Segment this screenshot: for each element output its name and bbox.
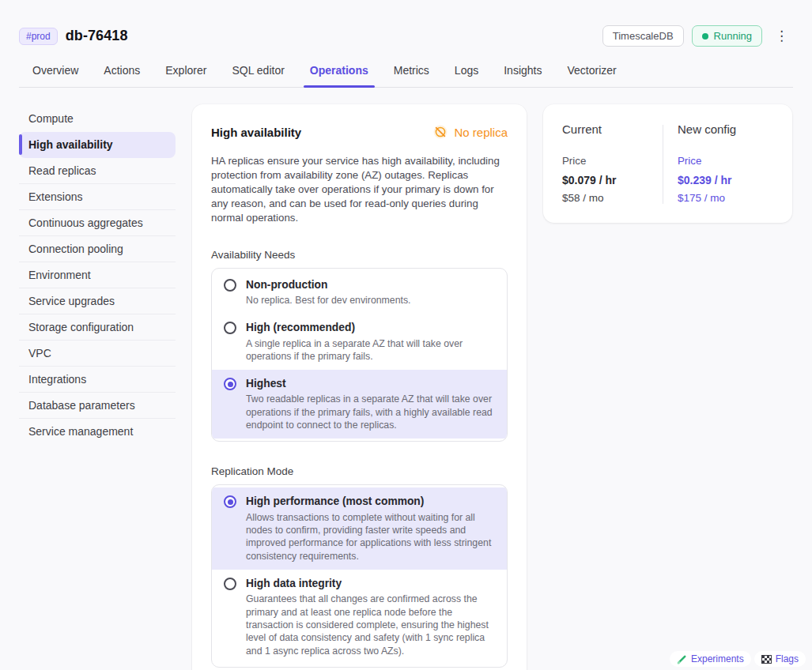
sidebar-item-high-availability[interactable]: High availability — [19, 132, 176, 158]
operations-sidebar: Compute High availability Read replicas … — [19, 104, 176, 445]
price-comparison-card: Current Price $0.079 / hr $58 / mo New c… — [543, 104, 792, 223]
current-price-label: Price — [562, 155, 658, 167]
option-non-production[interactable]: Non-production No replica. Best for dev … — [212, 271, 507, 314]
sidebar-item-database-parameters[interactable]: Database parameters — [19, 393, 176, 419]
flags-badge[interactable]: Flags — [754, 651, 806, 667]
sidebar-item-integrations[interactable]: Integrations — [19, 367, 176, 393]
option-highest[interactable]: Highest Two readable replicas in a separ… — [212, 370, 507, 439]
card-header: High availability No replica — [211, 124, 508, 140]
topbar-right: TimescaleDB Running ⋮ — [602, 25, 793, 47]
option-title: High performance (most common) — [246, 495, 495, 508]
service-page: #prod db-76418 TimescaleDB Running ⋮ Ove… — [0, 0, 812, 670]
option-title: Highest — [246, 377, 495, 390]
status-badge: Running — [692, 25, 762, 47]
radio-unchecked-icon[interactable] — [224, 322, 236, 334]
tab-explorer[interactable]: Explorer — [164, 59, 207, 87]
page-title: db-76418 — [66, 28, 128, 44]
option-description: Guarantees that all changes are confirme… — [246, 593, 495, 657]
option-high-data-integrity[interactable]: High data integrity Guarantees that all … — [212, 570, 507, 664]
tab-overview[interactable]: Overview — [32, 59, 79, 87]
radio-checked-icon[interactable] — [224, 378, 236, 390]
option-description: No replica. Best for dev environments. — [246, 294, 495, 307]
topbar: #prod db-76418 TimescaleDB Running ⋮ — [19, 0, 793, 47]
status-label: Running — [714, 30, 752, 42]
new-config-price-column: New config Price $0.239 / hr $175 / mo — [678, 122, 773, 204]
experiments-badge[interactable]: Experiments — [670, 651, 751, 667]
sidebar-item-connection-pooling[interactable]: Connection pooling — [19, 236, 176, 262]
current-monthly-price: $58 / mo — [562, 192, 658, 204]
option-high-recommended[interactable]: High (recommended) A single replica in a… — [212, 314, 507, 370]
new-config-price-label: Price — [678, 155, 773, 167]
tab-insights[interactable]: Insights — [503, 59, 542, 87]
sidebar-item-continuous-aggregates[interactable]: Continuous aggregates — [19, 210, 176, 236]
flags-icon — [761, 655, 772, 664]
current-heading: Current — [562, 122, 658, 136]
tab-metrics[interactable]: Metrics — [393, 59, 430, 87]
new-config-hourly-price: $0.239 / hr — [678, 174, 773, 186]
radio-unchecked-icon[interactable] — [224, 279, 236, 292]
tab-sql-editor[interactable]: SQL editor — [231, 59, 285, 87]
sidebar-item-compute[interactable]: Compute — [19, 106, 176, 132]
tab-bar: Overview Actions Explorer SQL editor Ope… — [19, 59, 793, 88]
availability-needs-group: Non-production No replica. Best for dev … — [211, 268, 508, 442]
sidebar-item-storage-configuration[interactable]: Storage configuration — [19, 314, 176, 341]
sidebar-item-environment[interactable]: Environment — [19, 262, 176, 288]
sidebar-item-service-management[interactable]: Service management — [19, 419, 176, 445]
topbar-left: #prod db-76418 — [19, 28, 128, 45]
db-type-chip[interactable]: TimescaleDB — [602, 25, 684, 47]
high-availability-card: High availability No replica HA replicas… — [192, 104, 527, 670]
option-description: Allows transactions to complete without … — [246, 511, 495, 563]
sidebar-item-read-replicas[interactable]: Read replicas — [19, 158, 176, 184]
option-description: Two readable replicas in a separate AZ t… — [246, 393, 495, 431]
replication-mode-group: High performance (most common) Allows tr… — [211, 484, 508, 668]
new-config-monthly-price: $175 / mo — [678, 192, 773, 204]
option-high-performance[interactable]: High performance (most common) Allows tr… — [212, 487, 507, 570]
ha-description: HA replicas ensure your service has high… — [211, 154, 508, 225]
sidebar-item-vpc[interactable]: VPC — [19, 341, 176, 367]
option-title: Non-production — [246, 278, 495, 292]
price-column-divider — [663, 125, 663, 204]
tab-actions[interactable]: Actions — [103, 59, 141, 87]
new-config-heading: New config — [678, 122, 773, 136]
radio-checked-icon[interactable] — [224, 495, 236, 508]
experiments-icon — [677, 654, 687, 664]
no-replica-icon — [432, 124, 448, 140]
tab-vectorizer[interactable]: Vectorizer — [566, 59, 617, 87]
option-title: High data integrity — [246, 577, 495, 590]
experiments-label: Experiments — [691, 653, 744, 664]
radio-unchecked-icon[interactable] — [224, 578, 236, 590]
tab-operations[interactable]: Operations — [309, 59, 369, 87]
current-price-column: Current Price $0.079 / hr $58 / mo — [562, 122, 658, 204]
no-replica-label: No replica — [454, 126, 508, 139]
availability-needs-label: Availability Needs — [211, 249, 508, 261]
card-title: High availability — [211, 126, 301, 139]
tab-logs[interactable]: Logs — [454, 59, 479, 87]
option-description: A single replica in a separate AZ that w… — [246, 337, 495, 363]
replica-status: No replica — [432, 124, 508, 140]
status-dot-icon — [702, 33, 708, 40]
content-area: Compute High availability Read replicas … — [19, 104, 793, 670]
kebab-menu-icon[interactable]: ⋮ — [770, 28, 793, 44]
dev-badges: Experiments Flags — [670, 651, 806, 667]
sidebar-item-service-upgrades[interactable]: Service upgrades — [19, 288, 176, 314]
current-hourly-price: $0.079 / hr — [562, 174, 658, 186]
replication-mode-label: Replication Mode — [211, 465, 508, 477]
sidebar-item-extensions[interactable]: Extensions — [19, 184, 176, 210]
flags-label: Flags — [776, 653, 799, 664]
option-title: High (recommended) — [246, 321, 495, 334]
env-badge: #prod — [19, 28, 58, 45]
